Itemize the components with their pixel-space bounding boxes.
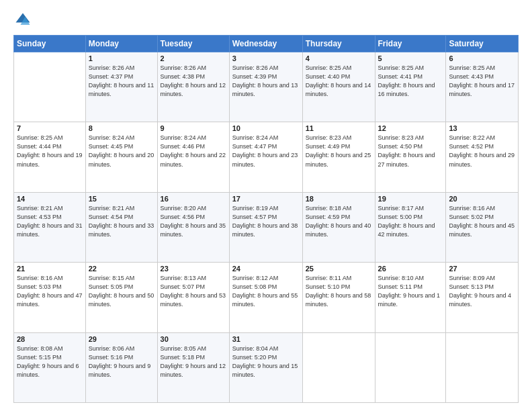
day-number: 18: [306, 195, 372, 203]
day-number: 19: [378, 195, 443, 203]
day-number: 2: [161, 54, 226, 62]
day-number: 20: [449, 195, 515, 203]
weekday-header-row: SundayMondayTuesdayWednesdayThursdayFrid…: [14, 36, 519, 52]
calendar-cell: 16 Sunrise: 8:20 AMSunset: 4:56 PMDaylig…: [157, 192, 229, 262]
weekday-header-sunday: Sunday: [14, 36, 86, 52]
day-number: 31: [232, 335, 300, 343]
day-number: 28: [17, 335, 83, 343]
day-number: 3: [232, 54, 300, 62]
day-number: 30: [161, 335, 226, 343]
calendar-cell: 24 Sunrise: 8:12 AMSunset: 5:08 PMDaylig…: [229, 263, 302, 332]
calendar-week-row: 21 Sunrise: 8:16 AMSunset: 5:03 PMDaylig…: [14, 263, 519, 332]
calendar-cell: 10 Sunrise: 8:24 AMSunset: 4:47 PMDaylig…: [229, 122, 302, 192]
day-detail: Sunrise: 8:08 AMSunset: 5:15 PMDaylight:…: [17, 345, 79, 378]
calendar-cell: 18 Sunrise: 8:18 AMSunset: 4:59 PMDaylig…: [302, 192, 375, 262]
day-number: 24: [232, 265, 300, 273]
calendar-cell: 7 Sunrise: 8:25 AMSunset: 4:44 PMDayligh…: [14, 122, 86, 192]
calendar-cell: 23 Sunrise: 8:13 AMSunset: 5:07 PMDaylig…: [157, 263, 229, 332]
calendar-cell: 8 Sunrise: 8:24 AMSunset: 4:45 PMDayligh…: [85, 122, 157, 192]
calendar-cell: 2 Sunrise: 8:26 AMSunset: 4:38 PMDayligh…: [157, 52, 229, 122]
calendar-cell: 11 Sunrise: 8:23 AMSunset: 4:49 PMDaylig…: [302, 122, 375, 192]
calendar-cell: [446, 332, 519, 402]
day-detail: Sunrise: 8:21 AMSunset: 4:53 PMDaylight:…: [17, 205, 83, 238]
calendar-cell: [14, 52, 86, 122]
calendar-cell: 22 Sunrise: 8:15 AMSunset: 5:05 PMDaylig…: [85, 263, 157, 332]
weekday-header-monday: Monday: [85, 36, 157, 52]
day-detail: Sunrise: 8:25 AMSunset: 4:44 PMDaylight:…: [17, 134, 83, 167]
weekday-header-tuesday: Tuesday: [157, 36, 229, 52]
day-number: 7: [17, 124, 83, 132]
day-detail: Sunrise: 8:17 AMSunset: 5:00 PMDaylight:…: [378, 205, 435, 238]
day-detail: Sunrise: 8:12 AMSunset: 5:08 PMDaylight:…: [232, 275, 298, 308]
calendar-cell: 29 Sunrise: 8:06 AMSunset: 5:16 PMDaylig…: [85, 332, 157, 402]
day-detail: Sunrise: 8:22 AMSunset: 4:52 PMDaylight:…: [449, 134, 515, 167]
calendar-table: SundayMondayTuesdayWednesdayThursdayFrid…: [13, 35, 519, 403]
weekday-header-thursday: Thursday: [302, 36, 375, 52]
calendar-week-row: 7 Sunrise: 8:25 AMSunset: 4:44 PMDayligh…: [14, 122, 519, 192]
calendar-cell: 14 Sunrise: 8:21 AMSunset: 4:53 PMDaylig…: [14, 192, 86, 262]
calendar-cell: 6 Sunrise: 8:25 AMSunset: 4:43 PMDayligh…: [446, 52, 519, 122]
day-number: 22: [89, 265, 154, 273]
day-detail: Sunrise: 8:04 AMSunset: 5:20 PMDaylight:…: [232, 345, 298, 378]
page: SundayMondayTuesdayWednesdayThursdayFrid…: [0, 0, 532, 411]
calendar-cell: 27 Sunrise: 8:09 AMSunset: 5:13 PMDaylig…: [446, 263, 519, 332]
day-detail: Sunrise: 8:05 AMSunset: 5:18 PMDaylight:…: [161, 345, 226, 378]
calendar-cell: 26 Sunrise: 8:10 AMSunset: 5:11 PMDaylig…: [375, 263, 446, 332]
day-detail: Sunrise: 8:10 AMSunset: 5:11 PMDaylight:…: [378, 275, 441, 308]
day-number: 11: [306, 124, 372, 132]
calendar-cell: 20 Sunrise: 8:16 AMSunset: 5:02 PMDaylig…: [446, 192, 519, 262]
day-detail: Sunrise: 8:23 AMSunset: 4:49 PMDaylight:…: [306, 134, 371, 167]
day-detail: Sunrise: 8:25 AMSunset: 4:40 PMDaylight:…: [306, 64, 371, 97]
day-number: 27: [449, 265, 515, 273]
day-detail: Sunrise: 8:19 AMSunset: 4:57 PMDaylight:…: [232, 205, 298, 238]
day-number: 29: [89, 335, 154, 343]
day-detail: Sunrise: 8:24 AMSunset: 4:47 PMDaylight:…: [232, 134, 298, 167]
weekday-header-friday: Friday: [375, 36, 446, 52]
calendar-cell: 28 Sunrise: 8:08 AMSunset: 5:15 PMDaylig…: [14, 332, 86, 402]
day-number: 1: [89, 54, 154, 62]
calendar-cell: 15 Sunrise: 8:21 AMSunset: 4:54 PMDaylig…: [85, 192, 157, 262]
day-number: 6: [449, 54, 515, 62]
calendar-cell: 1 Sunrise: 8:26 AMSunset: 4:37 PMDayligh…: [85, 52, 157, 122]
day-detail: Sunrise: 8:26 AMSunset: 4:37 PMDaylight:…: [89, 64, 154, 97]
calendar-cell: 9 Sunrise: 8:24 AMSunset: 4:46 PMDayligh…: [157, 122, 229, 192]
day-number: 10: [232, 124, 300, 132]
day-number: 17: [232, 195, 300, 203]
weekday-header-wednesday: Wednesday: [229, 36, 302, 52]
day-detail: Sunrise: 8:23 AMSunset: 4:50 PMDaylight:…: [378, 134, 435, 167]
day-detail: Sunrise: 8:15 AMSunset: 5:05 PMDaylight:…: [89, 275, 154, 308]
day-detail: Sunrise: 8:18 AMSunset: 4:59 PMDaylight:…: [306, 205, 371, 238]
calendar-cell: 19 Sunrise: 8:17 AMSunset: 5:00 PMDaylig…: [375, 192, 446, 262]
day-detail: Sunrise: 8:20 AMSunset: 4:56 PMDaylight:…: [161, 205, 226, 238]
day-detail: Sunrise: 8:25 AMSunset: 4:41 PMDaylight:…: [378, 64, 435, 97]
day-detail: Sunrise: 8:06 AMSunset: 5:16 PMDaylight:…: [89, 345, 151, 378]
day-detail: Sunrise: 8:09 AMSunset: 5:13 PMDaylight:…: [449, 275, 511, 308]
weekday-header-saturday: Saturday: [446, 36, 519, 52]
day-detail: Sunrise: 8:16 AMSunset: 5:02 PMDaylight:…: [449, 205, 515, 238]
calendar-cell: 30 Sunrise: 8:05 AMSunset: 5:18 PMDaylig…: [157, 332, 229, 402]
calendar-week-row: 28 Sunrise: 8:08 AMSunset: 5:15 PMDaylig…: [14, 332, 519, 402]
calendar-cell: 12 Sunrise: 8:23 AMSunset: 4:50 PMDaylig…: [375, 122, 446, 192]
logo: [13, 11, 35, 30]
day-number: 16: [161, 195, 226, 203]
day-number: 26: [378, 265, 443, 273]
day-detail: Sunrise: 8:26 AMSunset: 4:38 PMDaylight:…: [161, 64, 226, 97]
calendar-week-row: 1 Sunrise: 8:26 AMSunset: 4:37 PMDayligh…: [14, 52, 519, 122]
calendar-cell: 3 Sunrise: 8:26 AMSunset: 4:39 PMDayligh…: [229, 52, 302, 122]
header: [13, 11, 519, 30]
day-detail: Sunrise: 8:21 AMSunset: 4:54 PMDaylight:…: [89, 205, 154, 238]
calendar-cell: 13 Sunrise: 8:22 AMSunset: 4:52 PMDaylig…: [446, 122, 519, 192]
day-number: 14: [17, 195, 83, 203]
day-detail: Sunrise: 8:24 AMSunset: 4:45 PMDaylight:…: [89, 134, 154, 167]
calendar-cell: [302, 332, 375, 402]
day-number: 15: [89, 195, 154, 203]
calendar-cell: 5 Sunrise: 8:25 AMSunset: 4:41 PMDayligh…: [375, 52, 446, 122]
calendar-cell: [375, 332, 446, 402]
day-number: 8: [89, 124, 154, 132]
calendar-cell: 4 Sunrise: 8:25 AMSunset: 4:40 PMDayligh…: [302, 52, 375, 122]
day-detail: Sunrise: 8:13 AMSunset: 5:07 PMDaylight:…: [161, 275, 226, 308]
day-detail: Sunrise: 8:24 AMSunset: 4:46 PMDaylight:…: [161, 134, 226, 167]
day-number: 25: [306, 265, 372, 273]
day-number: 23: [161, 265, 226, 273]
day-number: 4: [306, 54, 372, 62]
